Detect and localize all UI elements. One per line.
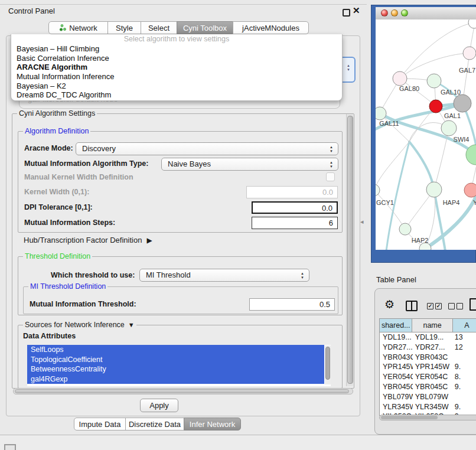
tab-network[interactable]: Network [48,21,108,34]
node-label-gal7: GAL7 [459,67,475,74]
column-header-a[interactable]: A [453,319,476,332]
aracne-mode-combo[interactable]: Discovery ▲ ▼ [76,142,338,155]
table-header-row: shared...nameA [380,319,476,332]
tab-label: Style [116,24,133,32]
aracne-mode-value: Discovery [82,144,116,153]
tab-label: Select [148,24,169,32]
algorithm-option-aracne-algorithm[interactable]: ARACNE Algorithm [11,63,342,72]
network-window-titlebar[interactable] [376,7,476,20]
data-attribute-option-selfloops[interactable]: SelfLoops [27,345,324,355]
data-attributes-list[interactable]: SelfLoopsTopologicalCoefficientBetweenne… [27,345,331,386]
algorithm-option-dream8-dc-tdc-algorithm[interactable]: Dream8 DC_TDC Algorithm [11,90,342,100]
hub-definition-label: Hub/Transcription Factor Definition [24,236,142,244]
control-panel-title: Control Panel [8,6,55,15]
network-node-gal10[interactable] [427,74,441,88]
table-row[interactable]: YPR145WYPR145W9. [380,362,476,372]
close-icon[interactable]: ✕ [353,5,360,16]
hub-definition-toggle[interactable]: Hub/Transcription Factor Definition ▶ [24,236,152,244]
scrollbar-thumb[interactable] [15,389,349,393]
document-icon[interactable] [470,298,476,311]
data-attribute-option-gal4rgexp[interactable]: gal4RGexp [27,374,324,384]
table-row[interactable]: YDL19...YDL19...13 [380,332,476,343]
expand-arrow-icon: ▶ [146,236,152,244]
bottom-strip [0,435,476,450]
network-node-hap2[interactable] [399,223,411,235]
data-attribute-option-topologicalcoefficient[interactable]: TopologicalCoefficient [27,355,324,365]
columns-icon[interactable] [406,301,418,311]
tab-label: jActiveMNodules [242,24,299,32]
network-node[interactable] [454,94,471,112]
table-row[interactable]: YBR045CYBR045C9. [380,382,476,392]
checked-checkboxes-icon[interactable]: ✓ ✓ [427,303,442,309]
dpi-tolerance-field[interactable]: 0.0 [252,201,338,214]
table-cell: YDR27... [413,343,453,353]
node-label-gal11: GAL11 [379,120,399,127]
tab-cyni-toolbox[interactable]: Cyni Toolbox [177,21,233,34]
traffic-light-close[interactable] [381,9,388,17]
tab-style[interactable]: Style [107,21,141,34]
attributes-scrollbar[interactable] [325,345,331,384]
algorithm-option-mutual-information-inference[interactable]: Mutual Information Inference [11,72,342,81]
table-row[interactable]: YER054CYER054C8. [380,372,476,382]
table-row[interactable]: YBL079WYBL079W [380,392,476,402]
scrollbar-thumb[interactable] [381,416,438,419]
network-node-gcy1[interactable] [376,184,380,196]
network-node-gal7[interactable] [463,47,476,60]
bottom-tab-discretize-data[interactable]: Discretize Data [125,418,184,431]
algorithm-option-basic-correlation-inference[interactable]: Basic Correlation Inference [11,54,342,63]
apply-button[interactable]: Apply [140,399,178,412]
table-cell: 9. [453,382,476,392]
mi-threshold-label: Mutual Information Threshold: [30,298,136,311]
tab-select[interactable]: Select [141,21,177,34]
bottom-tab-infer-network[interactable]: Infer Network [184,418,241,431]
column-header-name[interactable]: name [412,319,452,332]
float-window-icon[interactable] [343,9,350,17]
data-attribute-option-betweennesscentrality[interactable]: BetweennessCentrality [27,364,324,374]
scrollbar-thumb[interactable] [347,116,353,384]
network-canvas[interactable]: GAL7GAL80GAL10GAL1GAL11SWI4GCY1HAP4YHAP2 [376,19,476,250]
kernel-width-field[interactable]: 0.0 [246,186,338,198]
node-label-hap2: HAP2 [412,237,429,244]
table-row[interactable]: YLR345WYLR345W9. [380,402,476,412]
network-node-swi4[interactable] [441,120,457,136]
network-node-gal80[interactable] [393,71,407,86]
mi-type-combo[interactable]: Naive Bayes ▲ ▼ [161,158,338,171]
unchecked-checkboxes-icon[interactable] [448,303,463,309]
network-node-y[interactable] [464,183,476,197]
checkbox-checked-icon: ✓ [427,303,433,309]
aracne-mode-label: Aracne Mode: [24,142,73,155]
scrollbar-thumb[interactable] [325,347,330,380]
table-row[interactable]: YBR043CYBR043C [380,353,476,363]
sources-group-toggle[interactable]: Sources for Network Inference ▼ [23,321,136,329]
table-body: YDL19...YDL19...13YDR27...YDR27...12YBR0… [380,332,476,415]
algorithm-option-bayesian-k2[interactable]: Bayesian – K2 [11,81,342,91]
gear-icon[interactable]: ⚙ [384,298,395,311]
algorithm-option-bayesian-hill-climbing[interactable]: Bayesian – Hill Climbing [11,44,342,54]
mi-steps-field[interactable]: 6 [252,217,338,229]
network-node-gal1[interactable] [429,100,442,113]
network-graph: GAL7GAL80GAL10GAL1GAL11SWI4GCY1HAP4YHAP2 [376,19,476,250]
network-node-gal11[interactable] [376,107,386,120]
titlebar-divider [0,4,367,5]
cropped-button[interactable] [4,444,16,450]
bottom-tab-impute-data[interactable]: Impute Data [74,418,126,431]
splitter-collapse-icon[interactable]: ◂ [360,218,364,226]
settings-vertical-scrollbar[interactable] [346,114,353,386]
network-node-hap4[interactable] [426,182,442,197]
traffic-light-zoom[interactable] [401,9,408,17]
spinner-down-icon: ▼ [346,68,351,72]
algorithm-definition-group: Algorithm Definition Aracne Mode: Discov… [18,131,343,233]
dpi-tolerance-label: DPI Tolerance [0,1]: [24,201,93,214]
settings-horizontal-scrollbar[interactable] [13,388,353,394]
network-node[interactable] [468,19,476,28]
which-threshold-combo[interactable]: MI Threshold ▲ ▼ [139,269,309,282]
tab-jactivemnodules[interactable]: jActiveMNodules [233,21,309,34]
table-horizontal-scrollbar[interactable] [379,415,476,420]
mi-threshold-field[interactable]: 0.5 [249,298,335,311]
checkbox-unchecked-icon [457,303,463,309]
column-header-shared[interactable]: shared... [380,319,412,332]
table-row[interactable]: YDR27...YDR27...12 [380,343,476,353]
manual-kernel-checkbox[interactable] [326,172,335,181]
traffic-light-minimize[interactable] [391,9,398,17]
table-cell: YBL079W [380,392,413,402]
